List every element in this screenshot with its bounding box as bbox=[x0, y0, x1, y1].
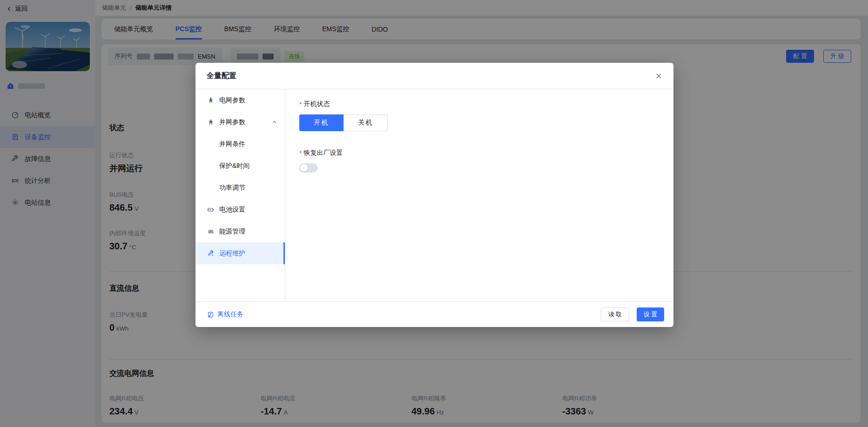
factory-reset-toggle[interactable] bbox=[299, 163, 318, 173]
energy-icon bbox=[207, 228, 215, 235]
close-icon[interactable] bbox=[655, 73, 662, 80]
menu-item-grid-params[interactable]: 电网参数 bbox=[195, 89, 285, 111]
power-on-option[interactable]: 开机 bbox=[299, 114, 343, 131]
app-root: 返回 bbox=[0, 0, 868, 427]
power-off-option[interactable]: 关机 bbox=[343, 114, 388, 131]
read-button[interactable]: 读取 bbox=[601, 307, 629, 321]
menu-item-remote-maintenance[interactable]: 远程维护 bbox=[195, 242, 285, 264]
grid-connect-icon bbox=[207, 119, 215, 126]
menu-item-label: 能源管理 bbox=[219, 227, 245, 236]
required-asterisk: * bbox=[299, 149, 302, 157]
menu-item-protection-time[interactable]: 保护&时间 bbox=[195, 155, 285, 177]
maintenance-icon bbox=[207, 250, 215, 257]
menu-item-label: 并网条件 bbox=[219, 140, 245, 148]
menu-item-label: 功率调节 bbox=[219, 184, 245, 192]
menu-item-label: 电网参数 bbox=[219, 96, 245, 105]
menu-item-battery-settings[interactable]: 电池设置 bbox=[195, 199, 285, 220]
power-state-segmented: 开机 关机 bbox=[299, 114, 659, 131]
factory-reset-label: * 恢复出厂设置 bbox=[299, 149, 659, 157]
set-button[interactable]: 设置 bbox=[637, 307, 664, 321]
offline-task-icon bbox=[207, 311, 214, 318]
modal-body: 电网参数 并网参数 并网条件 保护&时间 bbox=[195, 89, 673, 301]
offline-task-link[interactable]: 离线任务 bbox=[207, 310, 243, 319]
chevron-up-icon[interactable] bbox=[272, 120, 277, 125]
modal-footer: 离线任务 读取 设置 bbox=[195, 301, 673, 327]
required-asterisk: * bbox=[299, 100, 302, 108]
menu-item-grid-conditions[interactable]: 并网条件 bbox=[195, 133, 285, 155]
modal-title: 全量配置 bbox=[207, 71, 236, 81]
power-state-label: * 开机状态 bbox=[299, 100, 659, 108]
menu-item-grid-connect-params[interactable]: 并网参数 bbox=[195, 111, 285, 133]
battery-icon bbox=[207, 206, 215, 214]
full-config-modal: 全量配置 电网参数 并网参数 bbox=[195, 63, 673, 327]
menu-item-label: 保护&时间 bbox=[219, 162, 249, 170]
remote-maintenance-form: * 开机状态 开机 关机 * 恢复出厂设置 bbox=[285, 89, 673, 301]
modal-header: 全量配置 bbox=[195, 63, 673, 89]
menu-item-energy-management[interactable]: 能源管理 bbox=[195, 220, 285, 242]
menu-item-label: 并网参数 bbox=[219, 118, 245, 127]
menu-item-label: 远程维护 bbox=[219, 249, 245, 258]
menu-item-label: 电池设置 bbox=[219, 206, 245, 214]
grid-tower-icon bbox=[207, 97, 215, 104]
config-menu: 电网参数 并网参数 并网条件 保护&时间 bbox=[195, 89, 285, 301]
menu-item-power-regulation[interactable]: 功率调节 bbox=[195, 177, 285, 199]
